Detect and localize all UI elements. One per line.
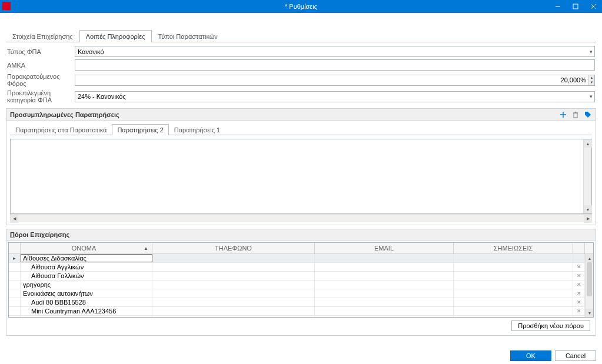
vat-type-label: Τύπος ΦΠΑ — [7, 48, 75, 55]
table-row[interactable]: Ιατρείο✕ — [9, 316, 585, 317]
delete-note-button[interactable] — [571, 111, 580, 119]
tag-icon[interactable] — [584, 111, 592, 119]
cell-notes[interactable] — [454, 280, 573, 289]
row-indicator: ▸ — [9, 254, 21, 262]
table-row[interactable]: Mini Countryman AAA123456✕ — [9, 307, 585, 316]
resources-section-title: Πόροι Επιχείρησης — [10, 231, 69, 238]
amka-input[interactable] — [75, 59, 595, 71]
maximize-button[interactable] — [567, 0, 584, 13]
add-note-button[interactable] — [559, 111, 567, 119]
table-row[interactable]: γρηγορης✕ — [9, 280, 585, 289]
close-button[interactable] — [584, 0, 602, 13]
delete-row-button[interactable]: ✕ — [573, 289, 585, 298]
cell-name[interactable]: Ιατρείο — [21, 316, 152, 317]
cancel-button[interactable]: Cancel — [555, 350, 596, 361]
minimize-button[interactable] — [549, 0, 567, 13]
cell-notes[interactable] — [454, 263, 573, 271]
notes-tab-docs[interactable]: Παρατηρήσεις στα Παραστατικά — [10, 124, 112, 135]
grid-vscrollbar[interactable]: ▲ ▼ — [585, 254, 593, 317]
row-indicator — [9, 316, 21, 317]
cell-email[interactable] — [315, 298, 454, 306]
cell-email[interactable] — [315, 280, 454, 289]
grid-header-email[interactable]: EMAIL — [315, 243, 454, 253]
cell-phone[interactable] — [152, 289, 315, 298]
row-indicator — [9, 289, 21, 298]
cell-notes[interactable] — [454, 298, 573, 306]
cell-name[interactable]: Ενοικιάσεις αυτοκινήτων — [21, 289, 152, 298]
cell-phone[interactable] — [152, 263, 315, 271]
cell-email[interactable] — [315, 263, 454, 271]
cell-name[interactable]: Mini Countryman AAA123456 — [21, 307, 152, 315]
cell-phone[interactable] — [152, 298, 315, 306]
scroll-down-icon[interactable]: ▼ — [584, 205, 592, 213]
scrollbar-thumb[interactable] — [587, 262, 592, 296]
scroll-up-icon[interactable]: ▲ — [584, 139, 592, 148]
cell-name[interactable]: γρηγορης — [21, 280, 152, 289]
dialog-footer: OK Cancel — [0, 348, 602, 364]
cell-email[interactable] — [315, 316, 454, 317]
cell-notes[interactable] — [454, 254, 573, 262]
notes-section-title: Προσυμπληρωμένες Παρατηρήσεις — [10, 111, 119, 118]
cell-phone[interactable] — [152, 280, 315, 289]
withholding-input[interactable] — [75, 75, 595, 86]
row-indicator — [9, 263, 21, 271]
notes-hscrollbar[interactable]: ◀ ▶ — [10, 214, 592, 222]
ok-button[interactable]: OK — [510, 350, 551, 361]
table-row[interactable]: ▸Αίθουσες Διδασκαλίας — [9, 254, 585, 263]
cell-phone[interactable] — [152, 316, 315, 317]
svg-rect-1 — [573, 4, 578, 9]
cell-notes[interactable] — [454, 289, 573, 298]
delete-row-button[interactable]: ✕ — [573, 307, 585, 315]
tab-business-info[interactable]: Στοιχεία Επιχείρησης — [6, 30, 79, 42]
cell-notes[interactable] — [454, 316, 573, 317]
notes-vscrollbar[interactable]: ▲ ▼ — [583, 139, 591, 213]
scroll-up-icon[interactable]: ▲ — [586, 254, 593, 262]
cell-name[interactable]: Αίθουσα Γαλλικών — [21, 272, 152, 280]
vat-type-select[interactable] — [75, 46, 595, 57]
notes-tab-1[interactable]: Παρατηρήσεις 1 — [169, 124, 225, 135]
cell-email[interactable] — [315, 289, 454, 298]
cell-name[interactable]: Αίθουσα Αγγλικών — [21, 263, 152, 271]
grid-header-name[interactable]: ΟΝΟΜΑ▲ — [21, 243, 152, 253]
scroll-down-icon[interactable]: ▼ — [586, 309, 593, 317]
cell-name[interactable]: Audi 80 BBB15528 — [21, 298, 152, 306]
cell-email[interactable] — [315, 307, 454, 315]
grid-header-phone[interactable]: ΤΗΛΕΦΩΝΟ — [152, 243, 315, 253]
delete-row-button[interactable]: ✕ — [573, 298, 585, 306]
scroll-right-icon[interactable]: ▶ — [584, 215, 592, 223]
notes-textarea[interactable] — [11, 139, 583, 213]
amka-label: AMKA — [7, 62, 75, 69]
delete-row-button — [573, 254, 585, 262]
delete-row-button[interactable]: ✕ — [573, 316, 585, 317]
cell-email[interactable] — [315, 272, 454, 280]
cell-name[interactable]: Αίθουσες Διδασκαλίας — [21, 254, 152, 262]
grid-header-notes[interactable]: ΣΗΜΕΙΩΣΕΙΣ — [454, 243, 573, 253]
table-row[interactable]: Αίθουσα Γαλλικών✕ — [9, 272, 585, 280]
cell-phone[interactable] — [152, 272, 315, 280]
cell-phone[interactable] — [152, 307, 315, 315]
window-controls — [549, 0, 602, 13]
table-row[interactable]: Αίθουσα Αγγλικών✕ — [9, 263, 585, 272]
cell-phone[interactable] — [152, 254, 315, 262]
default-vat-cat-select[interactable] — [75, 91, 595, 102]
resources-grid: ΟΝΟΜΑ▲ ΤΗΛΕΦΩΝΟ EMAIL ΣΗΜΕΙΩΣΕΙΣ ▸Αίθουσ… — [8, 242, 594, 318]
add-resource-button[interactable]: Προσθήκη νέου πόρου — [511, 320, 590, 331]
delete-row-button[interactable]: ✕ — [573, 280, 585, 289]
cell-notes[interactable] — [454, 272, 573, 280]
form-area: Τύπος ΦΠΑ ▾ AMKA Παρακρατούμενος Φόρος ▲… — [6, 46, 596, 103]
spinner-down-icon[interactable]: ▼ — [588, 80, 594, 85]
grid-header-delete — [573, 243, 585, 253]
cell-notes[interactable] — [454, 307, 573, 315]
table-row[interactable]: Audi 80 BBB15528✕ — [9, 298, 585, 307]
cell-email[interactable] — [315, 254, 454, 262]
scroll-left-icon[interactable]: ◀ — [10, 215, 18, 223]
tab-other-info[interactable]: Λοιπές Πληροφορίες — [79, 30, 152, 42]
delete-row-button[interactable]: ✕ — [573, 272, 585, 280]
notes-tab-2[interactable]: Παρατηρήσεις 2 — [112, 124, 168, 135]
delete-row-button[interactable]: ✕ — [573, 263, 585, 271]
spinner-up-icon[interactable]: ▲ — [588, 75, 594, 81]
table-row[interactable]: Ενοικιάσεις αυτοκινήτων✕ — [9, 289, 585, 298]
tab-doc-types[interactable]: Τύποι Παραστατικών — [152, 30, 224, 42]
row-indicator — [9, 272, 21, 280]
resources-section: Πόροι Επιχείρησης ΟΝΟΜΑ▲ ΤΗΛΕΦΩΝΟ EMAIL … — [6, 229, 596, 336]
